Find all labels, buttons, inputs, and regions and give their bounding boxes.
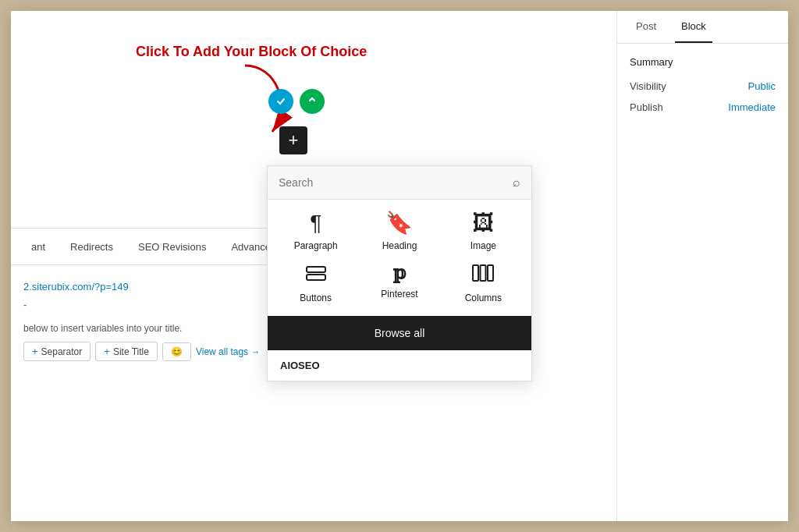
svg-rect-5: [307, 275, 325, 280]
picker-search-bar: ⌕: [268, 166, 531, 200]
paragraph-label: Paragraph: [294, 240, 338, 251]
tab-redirects[interactable]: Redirects: [58, 229, 126, 264]
separator-label: Separator: [41, 346, 83, 357]
plugin-icon-1: [268, 89, 293, 114]
red-arrow-icon: [183, 58, 323, 147]
paragraph-icon: ¶: [310, 212, 321, 234]
buttons-label: Buttons: [300, 293, 332, 303]
block-picker-dropdown: ⌕ ¶ Paragraph 🔖 Heading 🖼 Image: [267, 165, 532, 381]
tab-post[interactable]: Post: [630, 11, 662, 43]
heading-icon: 🔖: [385, 212, 413, 234]
block-item-pinterest[interactable]: 𝕡 Pinterest: [364, 264, 435, 303]
image-icon: 🖼: [472, 212, 494, 234]
block-item-heading[interactable]: 🔖 Heading: [364, 212, 435, 251]
site-title-label: Site Title: [113, 346, 149, 357]
annotation-area: Click To Add Your Block Of Choice: [11, 11, 445, 183]
image-label: Image: [471, 240, 496, 251]
plus-icon-2: +: [104, 346, 110, 357]
buttons-icon: [305, 264, 327, 286]
block-item-image[interactable]: 🖼 Image: [448, 212, 519, 251]
publish-row: Publish Immediate: [630, 101, 776, 113]
svg-rect-6: [473, 265, 478, 281]
right-sidebar: Post Block Summary Visibility Public Pub…: [616, 11, 788, 521]
visibility-value[interactable]: Public: [748, 80, 776, 92]
tab-block[interactable]: Block: [675, 11, 712, 43]
add-block-button[interactable]: +: [279, 126, 307, 154]
heading-label: Heading: [382, 240, 417, 251]
emoji-tag[interactable]: 😊: [162, 342, 191, 361]
sidebar-content: Summary Visibility Public Publish Immedi…: [617, 44, 788, 135]
visibility-label: Visibility: [630, 80, 666, 92]
plus-icon: +: [32, 346, 38, 357]
tab-ant[interactable]: ant: [19, 229, 58, 264]
visibility-row: Visibility Public: [630, 80, 776, 92]
picker-blocks-grid: ¶ Paragraph 🔖 Heading 🖼 Image Buttons: [268, 200, 531, 316]
pinterest-label: Pinterest: [381, 289, 417, 300]
aioseo-section: AIOSEO: [268, 350, 531, 381]
browse-all-button[interactable]: Browse all: [268, 316, 531, 350]
svg-point-2: [306, 95, 318, 108]
block-item-paragraph[interactable]: ¶ Paragraph: [280, 212, 351, 251]
emoji-label: 😊: [171, 346, 183, 357]
pinterest-icon: 𝕡: [393, 264, 407, 282]
tab-seo-revisions[interactable]: SEO Revisions: [126, 229, 218, 264]
click-instruction: Click To Add Your Block Of Choice: [136, 44, 367, 60]
block-search-input[interactable]: [279, 176, 513, 189]
sidebar-tab-bar: Post Block: [617, 11, 788, 44]
svg-rect-8: [488, 265, 493, 281]
separator-tag[interactable]: + Separator: [23, 342, 91, 361]
view-all-link[interactable]: View all tags →: [196, 346, 260, 357]
svg-rect-4: [307, 267, 325, 272]
site-title-tag[interactable]: + Site Title: [95, 342, 158, 361]
publish-value[interactable]: Immediate: [728, 101, 776, 113]
svg-rect-7: [481, 265, 486, 281]
publish-label: Publish: [630, 101, 663, 113]
block-item-columns[interactable]: Columns: [448, 264, 519, 303]
columns-icon: [472, 264, 494, 286]
summary-label: Summary: [630, 56, 776, 68]
svg-point-1: [275, 95, 287, 108]
columns-label: Columns: [465, 293, 502, 303]
search-icon: ⌕: [513, 176, 520, 190]
plugin-icon-2: [300, 89, 325, 114]
plugin-icons: [268, 89, 325, 114]
block-item-buttons[interactable]: Buttons: [280, 264, 351, 303]
